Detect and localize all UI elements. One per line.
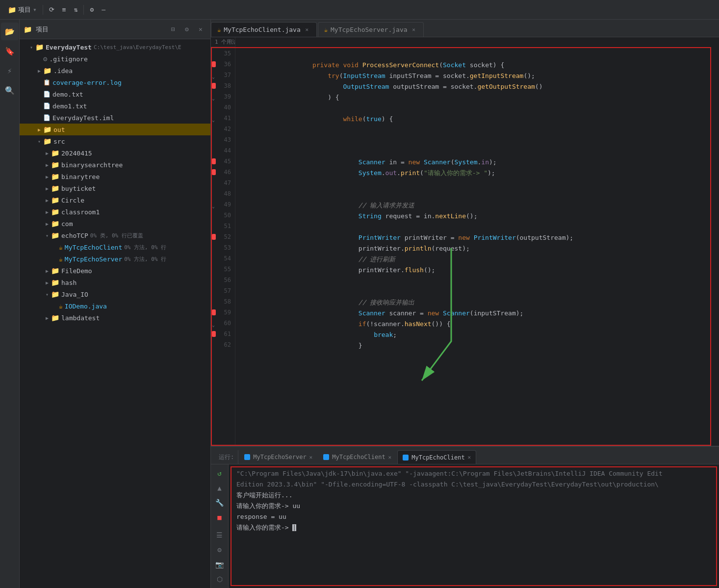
toolbar-align[interactable]: ≡	[58, 4, 70, 15]
tree-label-bst: binarysearchtree	[61, 161, 123, 169]
left-icon-project[interactable]: 📂	[1, 23, 19, 40]
tab-client-icon: ☕	[217, 26, 221, 33]
panel-header: 📁 项目 ⊟ ⚙ ✕	[20, 20, 210, 39]
ln-38: 38	[211, 80, 235, 91]
left-icon-bookmark[interactable]: 🔖	[1, 42, 19, 60]
tab-server[interactable]: ☕ MyTcpEchoServer.java ✕	[318, 22, 424, 37]
bottom-tab-client2[interactable]: MyTcpEchoClient ✕	[397, 450, 476, 464]
tree-label-lambda: lambdatest	[61, 314, 100, 322]
tree-item-com[interactable]: ▶ 📁 com	[20, 218, 210, 230]
ln-58: 58	[211, 296, 235, 307]
run-format-btn[interactable]: ☰	[213, 528, 227, 542]
panel-settings-btn[interactable]: ⚙	[181, 24, 193, 35]
run-camera-btn[interactable]: 📷	[213, 558, 227, 571]
panel-collapse-btn[interactable]: ⊟	[167, 24, 179, 35]
tree-item-demo1[interactable]: 📄 demo1.txt	[20, 100, 210, 112]
left-icon-structure[interactable]: ⚡	[1, 62, 19, 79]
code-line-48	[243, 179, 719, 189]
tree-root[interactable]: ▾ 📁 EverydayTest C:\test_java\EverydayTe…	[20, 41, 210, 53]
toolbar-settings[interactable]: ⚙	[86, 4, 98, 15]
run-filter-btn[interactable]: ⚙	[213, 543, 227, 557]
tree-item-circle[interactable]: ▶ 📁 Circle	[20, 194, 210, 206]
top-toolbar: 📁 项目 ▾ ⟳ ≡ ⇅ ⚙ —	[0, 0, 719, 20]
tree-label-circle: Circle	[61, 197, 84, 204]
output-response: response = uu	[236, 511, 711, 522]
tree-icon-buyticket: 📁	[51, 184, 59, 192]
panel-close-btn[interactable]: ✕	[195, 24, 206, 35]
tab-server-close[interactable]: ✕	[411, 26, 417, 33]
tab-bar: ☕ MyTcpEchoClient.java ✕ ☕ MyTcpEchoServ…	[211, 20, 719, 37]
tree-label-out: out	[53, 126, 65, 133]
toolbar-project[interactable]: 📁 项目 ▾	[4, 3, 41, 16]
tree-item-javaio[interactable]: ▾ 📁 Java_IO	[20, 288, 210, 300]
ln-51: 51	[211, 221, 235, 231]
tree-item-echoTCP[interactable]: ▾ 📁 echoTCP 0% 类, 0% 行已覆盖	[20, 230, 210, 241]
tree-root-path: C:\test_java\EverydayTest\E	[94, 44, 181, 51]
tree-item-buyticket[interactable]: ▶ 📁 buyticket	[20, 182, 210, 194]
run-wrench-btn[interactable]: 🔧	[213, 496, 227, 510]
tree-item-out[interactable]: ▶ 📁 out	[20, 124, 210, 135]
bottom-tab-server[interactable]: MyTcpEchoServer ✕	[239, 450, 317, 464]
toolbar-sync[interactable]: ⟳	[45, 4, 58, 15]
run-restart-btn[interactable]: ↺	[213, 466, 227, 480]
tree-arrow-javaio: ▾	[43, 290, 51, 298]
tree-label-idea: .idea	[53, 67, 73, 75]
tree-item-20240415[interactable]: ▶ 📁 20240415	[20, 147, 210, 159]
code-editor[interactable]: 1 个用法 zcy456 35 36 37⌄ 38 39⌄ 40 41⌄ 42	[211, 37, 719, 446]
tree-label-iodemo: IODemo.java	[65, 303, 107, 310]
tree-label-src: src	[53, 138, 65, 145]
left-icon-bar: 📂 🔖 ⚡ 🔍	[0, 20, 20, 588]
run-up-btn[interactable]: ▲	[213, 481, 227, 495]
toolbar-minus[interactable]: —	[98, 4, 109, 15]
tree-item-hash[interactable]: ▶ 📁 hash	[20, 277, 210, 288]
tree-arrow-out: ▶	[35, 126, 43, 133]
tree-arrow-bt: ▶	[43, 173, 51, 180]
left-icon-search[interactable]: 🔍	[1, 81, 19, 99]
tree-item-iodemo[interactable]: ☕ IODemo.java	[20, 300, 210, 312]
bottom-tab-client1[interactable]: MyTcpEchoClient ✕	[318, 450, 396, 464]
code-content[interactable]: private void ProcessServerConnect(Socket…	[235, 37, 719, 446]
tree-icon-echoTCP: 📁	[51, 231, 59, 239]
run-stop-btn[interactable]: ■	[213, 511, 227, 524]
project-tree: ▾ 📁 EverydayTest C:\test_java\EverydayTe…	[20, 39, 210, 588]
run-sidebar: ↺ ▲ 🔧 ■ ☰ ⚙ 📷 ⬡	[211, 464, 229, 588]
tree-item-client[interactable]: ☕ MyTcpEchoClient 0% 方法, 0% 行	[20, 241, 210, 253]
tree-label-iml: EverydayTest.iml	[52, 114, 114, 122]
tree-item-idea[interactable]: ▶ 📁 .idea	[20, 65, 210, 77]
tree-arrow-20240415: ▶	[43, 149, 51, 157]
tree-item-server[interactable]: ☕ MyTcpEchoServer 0% 方法, 0% 行	[20, 253, 210, 265]
tree-item-gitignore[interactable]: ⚙ .gitignore	[20, 53, 210, 65]
ln-35: 35	[211, 48, 235, 59]
tree-arrow-iodemo	[51, 302, 59, 310]
tree-icon-src: 📁	[43, 137, 51, 145]
line-numbers: 35 36 37⌄ 38 39⌄ 40 41⌄ 42 43 44 45 46	[211, 47, 235, 350]
tree-icon-idea: 📁	[43, 67, 51, 75]
tree-item-bt[interactable]: ▶ 📁 binarytree	[20, 171, 210, 182]
tab-server-icon-indicator	[244, 454, 250, 460]
tree-item-demo[interactable]: 📄 demo.txt	[20, 88, 210, 100]
toolbar-expand[interactable]: ⇅	[70, 4, 82, 15]
tree-item-filedemo[interactable]: ▶ 📁 FileDemo	[20, 265, 210, 277]
bottom-tab-server-close[interactable]: ✕	[309, 454, 313, 460]
run-external-btn[interactable]: ⬡	[213, 572, 227, 586]
tree-item-iml[interactable]: 📄 EverydayTest.iml	[20, 112, 210, 124]
run-output[interactable]: "C:\Program Files\Java\jdk-17\bin\java.e…	[229, 464, 719, 537]
tab-client[interactable]: ☕ MyTcpEchoClient.java ✕	[211, 22, 317, 37]
tree-item-coverage-log[interactable]: 📋 coverage-error.log	[20, 77, 210, 88]
tree-arrow-server	[51, 255, 59, 263]
ln-47: 47	[211, 178, 235, 188]
bottom-tab-client1-close[interactable]: ✕	[388, 454, 392, 460]
tree-item-classroom1[interactable]: ▶ 📁 classroom1	[20, 206, 210, 218]
tree-arrow-demo1	[35, 102, 43, 110]
tree-root-label: EverydayTest	[46, 44, 92, 51]
tree-item-src[interactable]: ▾ 📁 src	[20, 135, 210, 147]
bottom-tab-client2-label: MyTcpEchoClient	[411, 454, 464, 461]
tree-icon-filedemo: 📁	[51, 267, 59, 275]
bottom-tab-client2-close[interactable]: ✕	[468, 454, 471, 460]
tree-label-coverage: coverage-error.log	[52, 79, 122, 86]
editor-container: 1 个用法 zcy456 35 36 37⌄ 38 39⌄ 40 41⌄ 42	[211, 37, 719, 446]
tab-client-close[interactable]: ✕	[304, 26, 310, 33]
tree-item-lambda[interactable]: ▶ 📁 lambdatest	[20, 312, 210, 324]
tree-arrow-iml	[35, 114, 43, 122]
tree-item-bst[interactable]: ▶ 📁 binarysearchtree	[20, 159, 210, 171]
